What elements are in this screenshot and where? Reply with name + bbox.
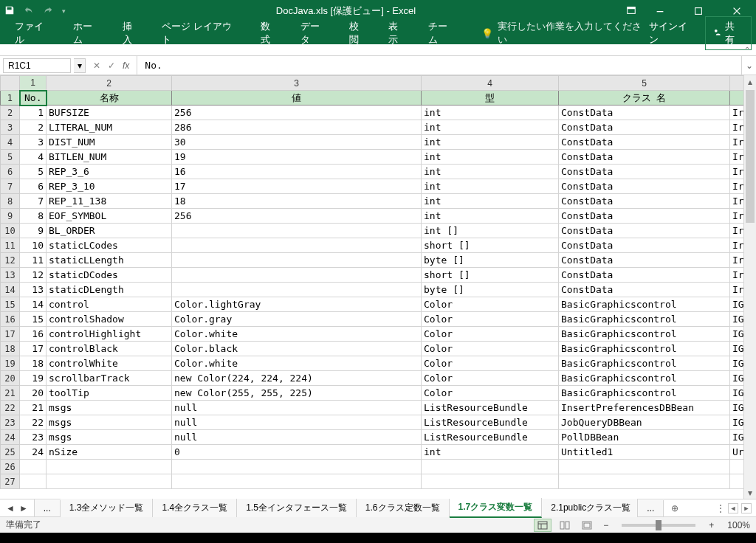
cell-frag[interactable]: IG bbox=[730, 401, 744, 415]
cell-empty[interactable] bbox=[47, 460, 172, 474]
cell-frag[interactable]: IG bbox=[730, 327, 744, 342]
cell-name[interactable]: BL_ORDER bbox=[47, 224, 172, 238]
row-header[interactable]: 25 bbox=[1, 445, 20, 460]
cell-name[interactable]: msgs bbox=[47, 415, 172, 430]
cell-name[interactable]: controlBlack bbox=[47, 342, 172, 356]
cell-no[interactable]: 19 bbox=[20, 371, 47, 386]
hscroll-left-icon[interactable]: ◄ bbox=[728, 503, 738, 513]
cell-type[interactable]: int bbox=[422, 150, 559, 165]
tab-team[interactable]: チーム bbox=[418, 15, 467, 51]
cell-no[interactable]: 3 bbox=[20, 135, 47, 150]
tab-insert[interactable]: 挿入 bbox=[112, 15, 152, 51]
cell-value[interactable] bbox=[172, 238, 422, 253]
row-header[interactable]: 9 bbox=[1, 209, 20, 224]
col-header-2[interactable]: 2 bbox=[47, 76, 172, 91]
cell-no[interactable]: 15 bbox=[20, 312, 47, 327]
cell-class[interactable]: ConstData bbox=[559, 224, 730, 238]
sheet-tab-2[interactable]: 1.4全クラス一覧 bbox=[153, 499, 237, 517]
cell-name[interactable]: controlHighlight bbox=[47, 327, 172, 342]
cell-value[interactable]: 17 bbox=[172, 179, 422, 194]
zoom-out-button[interactable]: − bbox=[600, 520, 611, 530]
cell-empty[interactable] bbox=[730, 474, 744, 489]
col-header-4[interactable]: 4 bbox=[422, 76, 559, 91]
cell-value[interactable]: 19 bbox=[172, 150, 422, 165]
cell-empty[interactable] bbox=[47, 474, 172, 489]
cell-no[interactable]: 16 bbox=[20, 327, 47, 342]
cell-frag[interactable]: IG bbox=[730, 386, 744, 401]
cell-frag[interactable]: Ir bbox=[730, 194, 744, 209]
cell-type[interactable]: Color bbox=[422, 312, 559, 327]
row-header[interactable]: 12 bbox=[1, 253, 20, 268]
sheet-nav-prev-icon[interactable]: ◄ bbox=[6, 503, 15, 513]
col-header-5[interactable]: 5 bbox=[559, 76, 730, 91]
row-header[interactable]: 23 bbox=[1, 415, 20, 430]
name-box[interactable]: R1C1 bbox=[3, 58, 71, 73]
cell-class[interactable]: BasicGraphicscontrol bbox=[559, 386, 730, 401]
cell-type[interactable]: int [] bbox=[422, 224, 559, 238]
cell-no[interactable]: 7 bbox=[20, 194, 47, 209]
cell-frag[interactable]: Ir bbox=[730, 179, 744, 194]
cell-name[interactable]: staticDCodes bbox=[47, 268, 172, 283]
cell-value[interactable]: 16 bbox=[172, 165, 422, 179]
cell-frag[interactable]: Ir bbox=[730, 165, 744, 179]
cell-type[interactable]: short [] bbox=[422, 268, 559, 283]
column-headers[interactable]: 1 2 3 4 5 bbox=[1, 76, 744, 91]
cell-class[interactable]: JobQueryDBBean bbox=[559, 415, 730, 430]
cell-class[interactable]: ConstData bbox=[559, 253, 730, 268]
cell-name[interactable]: controlShadow bbox=[47, 312, 172, 327]
accept-formula-icon[interactable]: ✓ bbox=[108, 60, 115, 71]
col-header-next[interactable] bbox=[730, 76, 744, 91]
row-header[interactable]: 16 bbox=[1, 312, 20, 327]
cell-class[interactable]: BasicGraphicscontrol bbox=[559, 312, 730, 327]
cell-value[interactable] bbox=[172, 253, 422, 268]
cell-frag[interactable]: IG bbox=[730, 415, 744, 430]
expand-formula-bar-icon[interactable]: ⌄ bbox=[741, 56, 756, 75]
cell-no[interactable]: 4 bbox=[20, 150, 47, 165]
cell-class[interactable]: ConstData bbox=[559, 135, 730, 150]
row-header[interactable]: 8 bbox=[1, 194, 20, 209]
qat-dropdown-icon[interactable]: ▾ bbox=[62, 7, 66, 15]
row-header[interactable]: 15 bbox=[1, 297, 20, 312]
row-header[interactable]: 22 bbox=[1, 401, 20, 415]
undo-icon[interactable] bbox=[24, 5, 34, 18]
cell-empty[interactable] bbox=[730, 460, 744, 474]
col-header-3[interactable]: 3 bbox=[172, 76, 422, 91]
cell-type[interactable]: Color bbox=[422, 386, 559, 401]
cell-type[interactable]: ListResourceBundle bbox=[422, 430, 559, 445]
cell-no[interactable]: 9 bbox=[20, 224, 47, 238]
scroll-thumb[interactable] bbox=[746, 90, 755, 223]
cell-class[interactable]: PollDBBean bbox=[559, 430, 730, 445]
cell-no[interactable]: 23 bbox=[20, 430, 47, 445]
zoom-slider[interactable] bbox=[622, 524, 695, 527]
cell-name[interactable]: REP_11_138 bbox=[47, 194, 172, 209]
cell-name[interactable]: REP_3_6 bbox=[47, 165, 172, 179]
cell-name[interactable]: BITLEN_NUM bbox=[47, 150, 172, 165]
sheet-tab-4[interactable]: 1.6クラス定数一覧 bbox=[357, 499, 450, 517]
cell-value[interactable]: Color.white bbox=[172, 356, 422, 371]
cell-value[interactable]: Color.lightGray bbox=[172, 297, 422, 312]
cell-frag[interactable]: Ir bbox=[730, 224, 744, 238]
cell-value[interactable]: 30 bbox=[172, 135, 422, 150]
cell-empty[interactable] bbox=[422, 474, 559, 489]
row-header[interactable]: 3 bbox=[1, 120, 20, 135]
cell-empty[interactable] bbox=[559, 460, 730, 474]
cell-frag[interactable]: IG bbox=[730, 371, 744, 386]
cell-no[interactable]: 18 bbox=[20, 356, 47, 371]
sheet-tab-6[interactable]: 2.1publicクラス一覧 bbox=[542, 499, 638, 517]
cell-name[interactable]: nSize bbox=[47, 445, 172, 460]
row-header[interactable]: 20 bbox=[1, 371, 20, 386]
cell-no[interactable]: 5 bbox=[20, 165, 47, 179]
cell-value[interactable]: 286 bbox=[172, 120, 422, 135]
cell-name[interactable]: msgs bbox=[47, 401, 172, 415]
header-cell-name[interactable]: 名称 bbox=[47, 91, 172, 106]
cancel-formula-icon[interactable]: ✕ bbox=[93, 60, 100, 71]
header-cell-no[interactable]: No. bbox=[20, 91, 47, 106]
view-page-break-icon[interactable] bbox=[578, 519, 596, 532]
cell-empty[interactable] bbox=[422, 460, 559, 474]
tab-split-handle[interactable]: ⋮ bbox=[716, 503, 725, 513]
cell-value[interactable]: null bbox=[172, 415, 422, 430]
tab-data[interactable]: データ bbox=[290, 15, 339, 51]
cell-type[interactable]: int bbox=[422, 135, 559, 150]
cell-class[interactable]: ConstData bbox=[559, 179, 730, 194]
cell-class[interactable]: ConstData bbox=[559, 283, 730, 297]
